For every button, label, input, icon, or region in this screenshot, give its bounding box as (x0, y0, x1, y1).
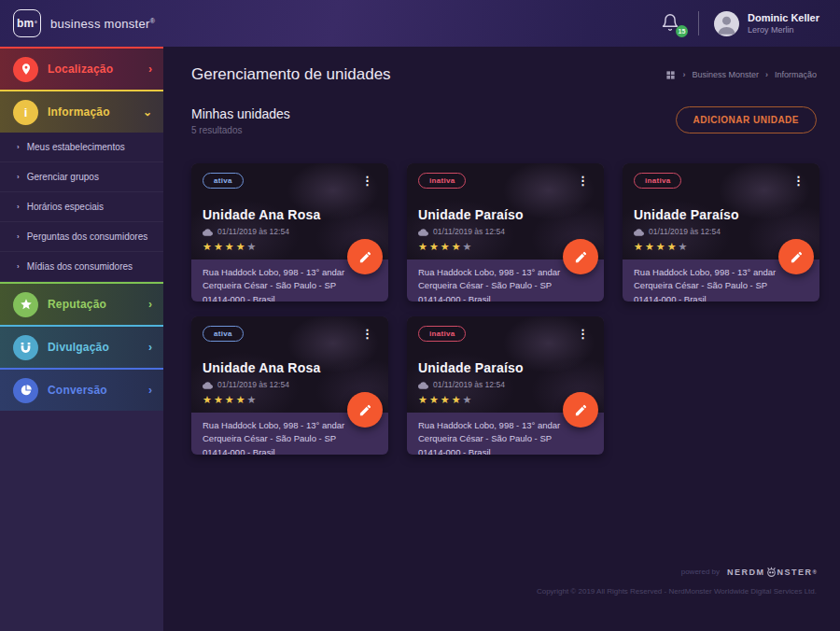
star-icon (13, 292, 38, 317)
pencil-icon (574, 250, 588, 264)
star-filled-icon: ★ (429, 394, 441, 405)
star-empty-icon: ★ (463, 394, 474, 405)
status-badge: ativa (203, 173, 244, 189)
sidebar-subitem[interactable]: › Meus estabelecimentos (0, 133, 163, 162)
unit-title: Unidade Paraíso (418, 207, 593, 222)
notifications-button[interactable]: 15 (661, 12, 683, 35)
magnet-icon (13, 335, 38, 360)
status-badge: inativa (418, 326, 466, 342)
address-line: Cerqueira César - São Paulo - SP (418, 279, 593, 292)
sidebar-item-localizacao[interactable]: Localização › (0, 47, 163, 90)
sync-date-label: 01/11/2019 às 12:54 (217, 380, 289, 389)
title-row: Gerenciamento de unidades › Business Mon… (163, 47, 840, 84)
kebab-menu-icon[interactable]: ⋮ (357, 326, 377, 342)
sidebar-subitem[interactable]: › Perguntas dos consumidores (0, 222, 163, 252)
cloud-icon (634, 228, 644, 236)
address-line: Cerqueira César - São Paulo - SP (634, 279, 808, 292)
star-filled-icon: ★ (214, 394, 225, 405)
star-empty-icon: ★ (247, 394, 259, 405)
edit-button[interactable] (563, 392, 598, 428)
address-line: Cerqueira César - São Paulo - SP (203, 279, 377, 292)
chevron-right-icon: › (148, 298, 152, 311)
star-filled-icon: ★ (225, 394, 236, 405)
star-filled-icon: ★ (634, 241, 645, 252)
user-menu[interactable]: Dominic Keller Leroy Merlin (714, 11, 819, 36)
sync-date-label: 01/11/2019 às 12:54 (649, 227, 721, 236)
status-badge: ativa (203, 326, 244, 342)
notification-badge: 15 (676, 25, 688, 37)
brand-registered-mark: ® (150, 17, 155, 23)
kebab-menu-icon[interactable]: ⋮ (789, 173, 808, 189)
star-filled-icon: ★ (452, 241, 463, 252)
star-empty-icon: ★ (679, 241, 690, 252)
edit-button[interactable] (347, 239, 383, 274)
sync-date-label: 01/11/2019 às 12:54 (217, 227, 289, 236)
sidebar-subitem[interactable]: › Gerenciar grupos (0, 162, 163, 192)
header-divider (698, 11, 699, 35)
section-title: Minhas unidades (191, 106, 290, 121)
edit-button[interactable] (347, 392, 383, 428)
star-filled-icon: ★ (203, 394, 214, 405)
breadcrumb-item-informacao[interactable]: Informação (775, 70, 817, 79)
user-company: Leroy Merlin (748, 25, 819, 35)
star-filled-icon: ★ (667, 241, 679, 252)
chevron-right-icon: › (148, 384, 152, 397)
star-filled-icon: ★ (418, 394, 429, 405)
cloud-icon (203, 228, 213, 236)
chevron-right-icon: › (148, 341, 152, 354)
sidebar-item-reputacao[interactable]: Reputação › (0, 282, 163, 325)
bm-logo[interactable]: bm° (13, 9, 41, 37)
sidebar-item-label: Conversão (48, 384, 139, 397)
pencil-icon (574, 403, 588, 417)
nerdmonster-right: NSTER (777, 568, 813, 577)
brand-name: business monster® (50, 17, 155, 31)
star-filled-icon: ★ (418, 241, 429, 252)
sidebar-subitem-label: Perguntas dos consumidores (27, 231, 148, 242)
star-empty-icon: ★ (247, 241, 259, 252)
add-unit-button[interactable]: ADICIONAR UNIDADE (676, 106, 818, 133)
avatar (714, 11, 739, 36)
star-filled-icon: ★ (645, 241, 656, 252)
sidebar-item-informacao[interactable]: i Informação ⌄ (0, 90, 163, 133)
sidebar-subitem[interactable]: › Mídias dos consumidores (0, 252, 163, 282)
sidebar-item-divulgacao[interactable]: Divulgação › (0, 325, 163, 368)
sync-date-row: 01/11/2019 às 12:54 (203, 227, 377, 236)
results-count: 5 resultados (191, 125, 290, 135)
sidebar-subitem-label: Meus estabelecimentos (27, 142, 125, 152)
edit-button[interactable] (563, 239, 598, 274)
info-icon: i (13, 100, 38, 125)
chevron-right-icon: › (17, 262, 20, 271)
kebab-menu-icon[interactable]: ⋮ (573, 173, 593, 189)
unit-title: Unidade Ana Rosa (203, 207, 377, 222)
sidebar-subitem-label: Horários especiais (27, 202, 104, 212)
cloud-icon (418, 228, 428, 236)
unit-title: Unidade Paraíso (634, 207, 808, 222)
top-header: bm° business monster® 15 Dominic Keller … (0, 0, 840, 47)
user-info: Dominic Keller Leroy Merlin (748, 12, 819, 35)
chevron-right-icon: › (17, 173, 20, 181)
kebab-menu-icon[interactable]: ⋮ (357, 173, 377, 189)
subheader-row: Minhas unidades 5 resultados ADICIONAR U… (163, 84, 840, 135)
sidebar-item-conversao[interactable]: Conversão › (0, 368, 163, 411)
cloud-icon (203, 381, 213, 389)
breadcrumb-item-business-monster[interactable]: Business Monster (692, 70, 759, 79)
brand-label: business monster (50, 17, 150, 31)
star-filled-icon: ★ (441, 394, 452, 405)
nerdmonster-left: NERDM (727, 568, 765, 577)
sync-date-row: 01/11/2019 às 12:54 (634, 227, 808, 236)
kebab-menu-icon[interactable]: ⋮ (573, 326, 593, 342)
sync-date-row: 01/11/2019 às 12:54 (418, 227, 593, 236)
edit-button[interactable] (778, 239, 814, 274)
chevron-right-icon: › (682, 70, 685, 79)
sidebar: Localização › i Informação ⌄ › Meus esta… (0, 47, 163, 631)
status-badge: inativa (634, 173, 681, 189)
map-pin-icon (13, 57, 38, 82)
address-line: 01414-000 - Brasil (203, 293, 377, 302)
star-filled-icon: ★ (236, 394, 247, 405)
sidebar-item-label: Divulgação (48, 341, 139, 354)
chevron-right-icon: › (765, 70, 768, 79)
copyright-text: Copyright © 2019 All Rights Reserved - N… (537, 587, 817, 596)
star-empty-icon: ★ (463, 241, 474, 252)
sidebar-item-label: Localização (48, 63, 139, 76)
sidebar-subitem[interactable]: › Horários especiais (0, 192, 163, 222)
